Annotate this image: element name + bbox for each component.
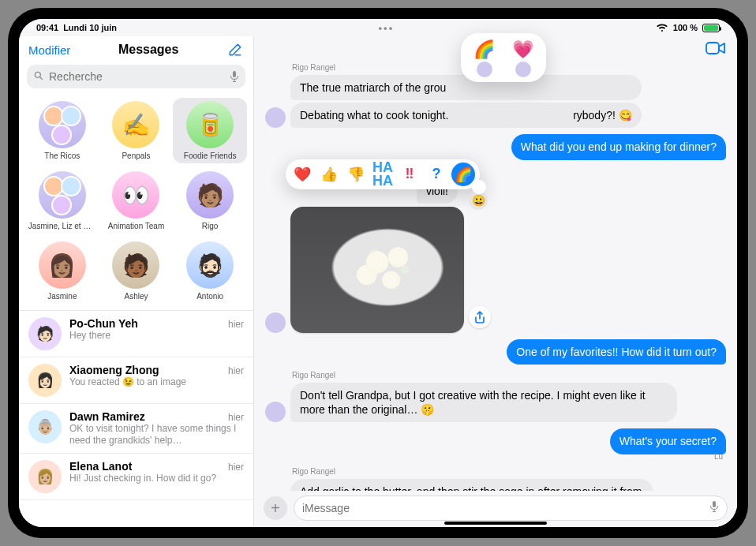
sender-avatar[interactable]: [265, 107, 286, 128]
reactions-summary[interactable]: 🌈 💗: [461, 33, 546, 82]
pin-label: Foodie Friends: [184, 151, 237, 160]
message-bubble[interactable]: Add garlic to the butter, and then stir …: [290, 479, 653, 492]
pinned-foodie-friends[interactable]: 🥫 Foodie Friends: [173, 98, 247, 163]
battery-percent: 100 %: [673, 23, 698, 32]
facetime-button[interactable]: [705, 41, 726, 58]
message-input[interactable]: [302, 502, 703, 514]
pinned-rigo[interactable]: 🧑🏽 Rigo: [173, 168, 247, 234]
tapback-heart[interactable]: ❤️: [290, 163, 314, 186]
sender-name: Rigo Rangel: [292, 467, 726, 476]
tapback-question[interactable]: ?: [425, 163, 448, 186]
tapback-thumbs-up[interactable]: 👍: [317, 163, 341, 186]
pin-label: Jasmine: [47, 292, 77, 301]
dictate-icon[interactable]: [230, 70, 239, 83]
search-field[interactable]: [27, 65, 245, 88]
conv-name: Elena Lanot: [69, 460, 228, 473]
message-bubble[interactable]: One of my favorites!! How did it turn ou…: [507, 339, 726, 365]
pinned-penpals[interactable]: ✍️ Penpals: [99, 98, 174, 163]
list-item[interactable]: 👩🏼 Elena Lanothier Hi! Just checking in.…: [19, 454, 253, 500]
conv-time: hier: [228, 365, 244, 376]
status-bar: 09:41 Lundi 10 juin ••• 100 %: [19, 19, 737, 36]
pin-label: Ashley: [124, 292, 148, 301]
pin-label: Rigo: [202, 222, 219, 230]
sender-avatar[interactable]: [265, 312, 286, 333]
conversation-list[interactable]: 🧑🏻 Po-Chun Yehhier Hey there 👩🏻 Xiaomeng…: [19, 310, 253, 527]
tapback-thumbs-down[interactable]: 👎: [344, 163, 368, 186]
conv-time: hier: [228, 462, 244, 473]
tapback-add-emoji[interactable]: 😀: [469, 191, 488, 210]
conv-preview: OK to visit tonight? I have some things …: [69, 423, 244, 447]
image-attachment[interactable]: [290, 207, 464, 333]
reactor-avatar: [515, 62, 531, 77]
tapback-exclaim[interactable]: ‼: [398, 163, 421, 186]
wifi-icon: [656, 23, 668, 32]
message-list[interactable]: Rigo Rangel The true matriarch of the gr…: [254, 63, 737, 491]
read-receipt: Lu: [714, 452, 726, 461]
pinned-jasmine[interactable]: 👩🏽 Jasmine: [25, 238, 99, 304]
can-icon: 🥫: [186, 101, 234, 148]
message-text: rybody?! 😋: [573, 109, 632, 122]
message-bubble[interactable]: Don't tell Grandpa, but I got creative w…: [290, 383, 677, 422]
battery-icon: [702, 24, 720, 32]
sidebar-title: Messages: [70, 43, 226, 57]
sender-avatar[interactable]: [265, 402, 286, 422]
edit-button[interactable]: Modifier: [28, 43, 70, 57]
screen: 09:41 Lundi 10 juin ••• 100 % Modifier: [19, 19, 737, 527]
search-input[interactable]: [49, 70, 225, 83]
list-item[interactable]: 👵🏼 Dawn Ramirezhier OK to visit tonight?…: [19, 404, 253, 454]
search-icon: [33, 70, 44, 84]
pinned-jasmine-liz-rigo[interactable]: Jasmine, Liz et Rigo: [25, 168, 99, 234]
pinned-the-ricos[interactable]: The Ricos: [25, 98, 99, 163]
message-bubble[interactable]: What's your secret?: [610, 428, 726, 454]
reaction-rainbow[interactable]: 🌈: [473, 39, 495, 77]
pin-label: The Ricos: [44, 151, 80, 160]
conv-time: hier: [228, 412, 244, 423]
pinned-conversations: The Ricos ✍️ Penpals 🥫 Foodie Friends Ja…: [19, 95, 253, 310]
pin-label: Penpals: [122, 151, 150, 160]
tapback-rainbow[interactable]: 🌈: [451, 163, 475, 186]
dictate-icon[interactable]: [709, 500, 719, 516]
pin-label: Antonio: [196, 292, 223, 301]
pin-label: Jasmine, Liz et Rigo: [28, 222, 96, 230]
conv-name: Po-Chun Yeh: [69, 317, 228, 330]
svg-rect-3: [713, 501, 716, 507]
pinned-antonio[interactable]: 🧔🏻 Antonio: [173, 238, 247, 304]
home-indicator[interactable]: [444, 522, 547, 525]
svg-rect-1: [233, 71, 236, 77]
conv-preview: Hey there: [69, 330, 244, 342]
conv-time: hier: [228, 319, 244, 330]
share-button[interactable]: [469, 306, 491, 328]
message-input-wrapper[interactable]: [294, 496, 728, 521]
reaction-heart[interactable]: 💗: [512, 39, 533, 77]
list-item[interactable]: 👩🏻 Xiaomeng Zhonghier You reacted 😉 to a…: [19, 357, 253, 404]
message-bubble[interactable]: Debating what to cook tonight. rybody?! …: [290, 103, 642, 128]
reactor-avatar: [477, 62, 492, 77]
conv-preview: Hi! Just checking in. How did it go?: [69, 473, 244, 484]
message-text: Debating what to cook tonight.: [300, 109, 448, 122]
list-item[interactable]: 🧑🏻 Po-Chun Yehhier Hey there: [19, 311, 253, 357]
conv-name: Dawn Ramirez: [69, 410, 228, 423]
svg-point-0: [35, 72, 40, 77]
compose-button[interactable]: [226, 41, 244, 58]
message-bubble[interactable]: What did you end up making for dinner?: [511, 134, 726, 159]
status-date: Lundi 10 juin: [63, 23, 117, 32]
pin-label: Animation Team: [108, 222, 165, 230]
multitask-dots-icon[interactable]: •••: [379, 22, 395, 34]
tapback-haha[interactable]: HA HA: [371, 163, 395, 186]
apps-button[interactable]: +: [264, 496, 287, 520]
conv-name: Xiaomeng Zhong: [69, 364, 228, 376]
rainbow-icon: 🌈: [473, 39, 495, 60]
heart-icon: 💗: [512, 39, 533, 60]
tapback-picker: ❤️ 👍 👎 HA HA ‼ ? 🌈 😀: [286, 159, 480, 189]
pinned-ashley[interactable]: 🧑🏾 Ashley: [99, 238, 174, 304]
sender-name: Rigo Rangel: [292, 371, 726, 380]
message-bubble[interactable]: The true matriarch of the grou: [290, 75, 642, 100]
eyes-icon: 👀: [112, 171, 159, 219]
ipad-frame: 09:41 Lundi 10 juin ••• 100 % Modifier: [8, 8, 748, 538]
svg-rect-2: [706, 43, 719, 54]
writing-hand-icon: ✍️: [112, 101, 159, 148]
conv-preview: You reacted 😉 to an image: [69, 376, 244, 388]
conversation-sidebar: Modifier Messages: [19, 36, 254, 527]
status-time: 09:41: [36, 23, 58, 32]
pinned-animation-team[interactable]: 👀 Animation Team: [99, 168, 174, 234]
